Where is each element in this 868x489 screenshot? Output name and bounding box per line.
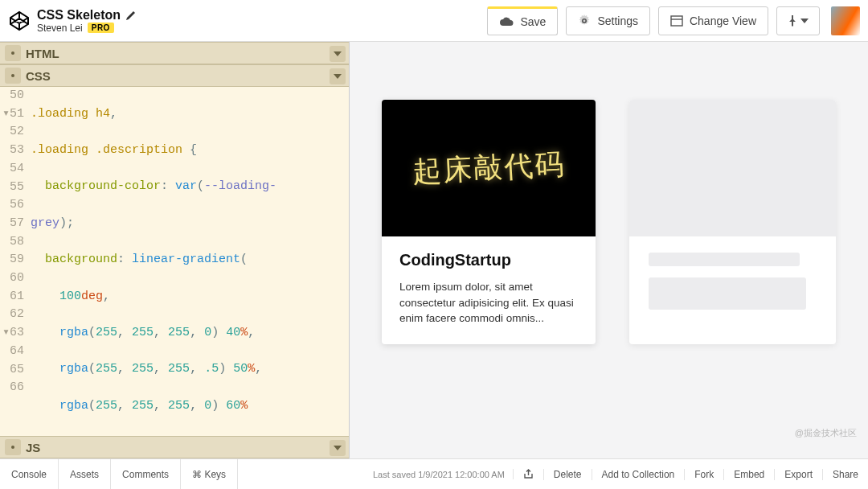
chevron-down-icon[interactable]: [330, 46, 346, 62]
editor-column: HTML CSS 50 ▾51 52 53 54 55 56 57 58 59 …: [0, 42, 350, 458]
comments-tab[interactable]: Comments: [111, 459, 181, 489]
svg-point-4: [11, 74, 14, 77]
code-body[interactable]: .loading h4, .loading .description { bac…: [31, 87, 349, 436]
card-description: Lorem ipsum dolor, sit amet consectetur …: [399, 279, 578, 327]
delete-button[interactable]: Delete: [543, 469, 592, 480]
share-button[interactable]: Share: [822, 469, 868, 480]
skeleton-image: [629, 100, 836, 236]
skeleton-desc-block: [649, 277, 806, 310]
main-area: HTML CSS 50 ▾51 52 53 54 55 56 57 58 59 …: [0, 42, 868, 458]
export-icon-button[interactable]: [513, 469, 543, 479]
skeleton-title-line: [649, 253, 800, 266]
pen-title-area: CSS Skeleton Steven Lei PRO: [37, 8, 137, 34]
preview-pane: 起床敲代码 CodingStartup Lorem ipsum dolor, s…: [350, 42, 868, 458]
svg-point-5: [11, 446, 14, 449]
card-title: CodingStartup: [399, 251, 578, 269]
change-view-button[interactable]: Change View: [658, 6, 768, 35]
css-code-editor[interactable]: 50 ▾51 52 53 54 55 56 57 58 59 60 61 62 …: [0, 87, 349, 436]
embed-button[interactable]: Embed: [723, 469, 774, 480]
export-button[interactable]: Export: [774, 469, 822, 480]
chevron-down-icon: [800, 18, 809, 23]
assets-tab[interactable]: Assets: [59, 459, 111, 489]
gear-icon[interactable]: [5, 68, 21, 84]
keys-tab[interactable]: ⌘ Keys: [181, 459, 238, 489]
pin-icon: [788, 15, 797, 27]
edit-title-icon[interactable]: [125, 10, 137, 21]
add-collection-button[interactable]: Add to Collection: [592, 469, 685, 480]
gear-icon[interactable]: [5, 439, 21, 455]
line-gutter: 50 ▾51 52 53 54 55 56 57 58 59 60 61 62 …: [0, 87, 27, 397]
export-icon: [523, 469, 534, 479]
chevron-down-icon[interactable]: [330, 68, 346, 84]
preview-card-loaded: 起床敲代码 CodingStartup Lorem ipsum dolor, s…: [382, 100, 596, 344]
css-panel-header[interactable]: CSS: [0, 64, 349, 87]
css-panel-label: CSS: [26, 69, 51, 83]
layout-icon: [670, 15, 683, 27]
fork-button[interactable]: Fork: [684, 469, 723, 480]
js-panel-header[interactable]: JS: [0, 436, 349, 458]
last-saved-text: Last saved 1/9/2021 12:00:00 AM: [365, 470, 513, 479]
pen-author[interactable]: Steven Lei: [37, 23, 83, 34]
chevron-down-icon[interactable]: [330, 440, 346, 456]
save-button[interactable]: Save: [487, 6, 558, 35]
svg-rect-1: [671, 16, 682, 26]
gear-icon: [578, 14, 591, 27]
handwriting-text: 起床敲代码: [411, 145, 566, 192]
top-bar: CSS Skeleton Steven Lei PRO Save Setting…: [0, 0, 868, 42]
svg-point-3: [11, 51, 14, 55]
gear-icon[interactable]: [5, 45, 21, 61]
console-tab[interactable]: Console: [0, 459, 59, 489]
cloud-icon: [499, 16, 514, 27]
codepen-logo[interactable]: [8, 10, 31, 32]
html-panel-label: HTML: [26, 47, 59, 60]
preview-card-skeleton: [629, 100, 836, 344]
card-image: 起床敲代码: [382, 100, 596, 236]
pin-button[interactable]: [776, 6, 820, 35]
user-avatar[interactable]: [831, 6, 860, 35]
html-panel-header[interactable]: HTML: [0, 42, 349, 64]
watermark-text: @掘金技术社区: [795, 427, 857, 439]
settings-button[interactable]: Settings: [566, 6, 650, 35]
pro-badge: PRO: [88, 23, 114, 33]
js-panel-label: JS: [26, 441, 40, 454]
pen-title[interactable]: CSS Skeleton: [37, 8, 121, 23]
bottom-bar: Console Assets Comments ⌘ Keys Last save…: [0, 458, 868, 489]
